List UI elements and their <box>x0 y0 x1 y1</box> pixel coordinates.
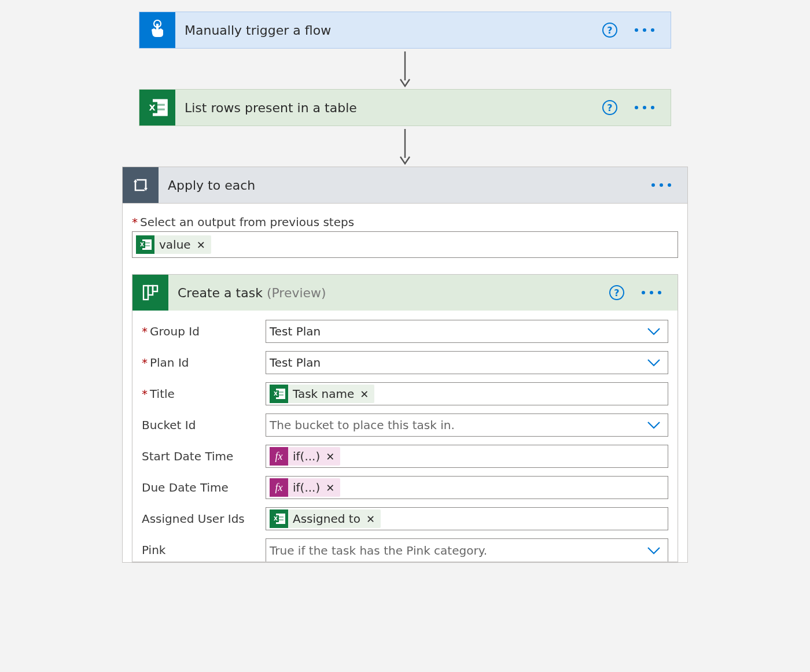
token-value[interactable]: X value ✕ <box>136 235 211 254</box>
planner-icon <box>132 275 168 311</box>
step-title: List rows present in a table <box>175 101 602 115</box>
chevron-down-icon <box>647 421 661 429</box>
field-label: Title <box>150 387 175 401</box>
output-input[interactable]: X value ✕ <box>132 231 678 258</box>
field-assigned: Assigned User Ids X Assigned to ✕ <box>142 507 668 530</box>
more-icon[interactable] <box>631 102 658 113</box>
token-remove[interactable]: ✕ <box>325 482 336 494</box>
connector-arrow <box>398 126 412 167</box>
assigned-input[interactable]: X Assigned to ✕ <box>266 507 668 530</box>
title-input[interactable]: X Task name ✕ <box>266 382 668 405</box>
group-id-select[interactable]: Test Plan <box>266 320 668 343</box>
excel-icon: X <box>139 90 175 125</box>
step-title: Manually trigger a flow <box>175 23 602 38</box>
field-due-date: Due Date Time fx if(...) ✕ <box>142 476 668 499</box>
field-title: *Title X Task name ✕ <box>142 382 668 405</box>
field-label: Assigned User Ids <box>142 512 245 526</box>
field-start-date: Start Date Time fx if(...) ✕ <box>142 445 668 468</box>
field-bucket-id: Bucket Id The bucket to place this task … <box>142 413 668 437</box>
token-remove[interactable]: ✕ <box>325 451 336 463</box>
field-group-id: *Group Id Test Plan <box>142 320 668 343</box>
token-remove[interactable]: ✕ <box>196 239 207 251</box>
touch-icon <box>139 12 175 48</box>
fx-icon: fx <box>270 478 288 497</box>
field-label: Plan Id <box>150 356 189 370</box>
help-icon[interactable]: ? <box>602 23 617 38</box>
token-remove[interactable]: ✕ <box>365 513 376 525</box>
bucket-id-select[interactable]: The bucket to place this task in. <box>266 413 668 437</box>
field-label: Due Date Time <box>142 481 229 494</box>
field-label: Pink <box>142 543 165 557</box>
step-apply-to-each: Apply to each *Select an output from pre… <box>122 167 688 563</box>
step-title: Apply to each <box>159 178 648 193</box>
help-icon[interactable]: ? <box>602 100 617 115</box>
excel-icon: X <box>270 509 288 528</box>
field-pink: Pink True if the task has the Pink categ… <box>142 538 668 562</box>
token-task-name[interactable]: X Task name ✕ <box>270 385 374 403</box>
field-label: Bucket Id <box>142 418 196 432</box>
step-trigger[interactable]: Manually trigger a flow ? <box>139 12 671 49</box>
token-expression[interactable]: fx if(...) ✕ <box>270 478 340 497</box>
apply-to-each-header[interactable]: Apply to each <box>123 167 687 204</box>
field-label: Start Date Time <box>142 449 233 463</box>
start-date-input[interactable]: fx if(...) ✕ <box>266 445 668 468</box>
chevron-down-icon <box>647 359 661 367</box>
plan-id-select[interactable]: Test Plan <box>266 351 668 374</box>
chevron-down-icon <box>647 547 661 555</box>
required-asterisk: * <box>132 215 140 229</box>
output-label: Select an output from previous steps <box>140 215 354 229</box>
more-icon[interactable] <box>631 25 658 35</box>
token-assigned-to[interactable]: X Assigned to ✕ <box>270 509 381 528</box>
more-icon[interactable] <box>648 180 675 190</box>
svg-rect-4 <box>148 286 153 295</box>
field-plan-id: *Plan Id Test Plan <box>142 351 668 374</box>
more-icon[interactable] <box>638 287 665 298</box>
due-date-input[interactable]: fx if(...) ✕ <box>266 476 668 499</box>
help-icon[interactable]: ? <box>609 285 624 300</box>
step-create-task: Create a task (Preview) ? *Group Id Test… <box>132 274 678 562</box>
chevron-down-icon <box>647 327 661 335</box>
step-list-rows[interactable]: X List rows present in a table ? <box>139 89 671 126</box>
token-expression[interactable]: fx if(...) ✕ <box>270 447 340 466</box>
connector-arrow <box>398 49 412 89</box>
step-title: Create a task (Preview) <box>168 286 609 300</box>
token-remove[interactable]: ✕ <box>359 388 370 400</box>
svg-rect-5 <box>153 286 157 291</box>
pink-select[interactable]: True if the task has the Pink category. <box>266 538 668 562</box>
loop-icon <box>123 167 159 203</box>
create-task-header[interactable]: Create a task (Preview) ? <box>132 275 678 311</box>
excel-icon: X <box>136 235 154 254</box>
excel-icon: X <box>270 385 288 403</box>
field-label: Group Id <box>150 324 200 338</box>
fx-icon: fx <box>270 447 288 466</box>
